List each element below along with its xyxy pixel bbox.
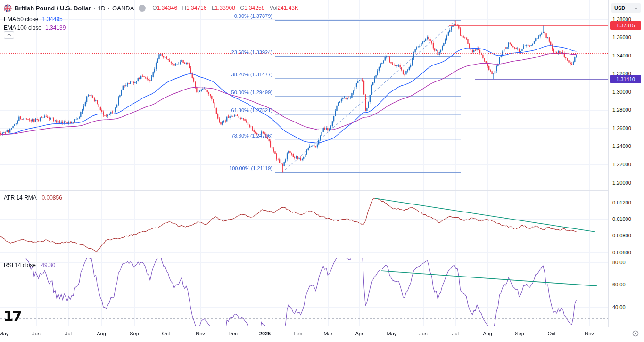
- tradingview-logo-watermark: 17: [3, 308, 21, 325]
- fib-level-label: 61.80% (1.27521): [202, 107, 272, 113]
- title-separator: ·: [108, 5, 110, 12]
- time-axis-label: Feb: [294, 331, 303, 336]
- volume-value: 241.43K: [277, 5, 298, 11]
- time-axis-label: Nov: [585, 331, 594, 336]
- fib-level-label: 78.60% (1.24706): [202, 133, 272, 138]
- time-axis-label: 2025: [259, 331, 271, 336]
- price-tick-label: 1.32000: [612, 70, 631, 77]
- exchange-label: OANDA: [112, 5, 134, 12]
- time-axis-label: Dec: [228, 331, 238, 336]
- interval-label[interactable]: 1D: [98, 5, 106, 12]
- title-separator: ·: [93, 5, 95, 12]
- time-axis-label: Apr: [355, 331, 363, 336]
- fib-level-label: 23.60% (1.33924): [202, 49, 272, 55]
- hide-legend-button[interactable]: [139, 5, 146, 12]
- time-axis-label: Sep: [130, 331, 139, 336]
- price-tick-label: 1.38000: [612, 16, 631, 23]
- atr-tick-label: 0.01200: [612, 199, 631, 206]
- close-label: C: [240, 5, 244, 11]
- ema50-name[interactable]: EMA 50 close: [4, 16, 38, 23]
- fib-level-label: 0.00% (1.37879): [202, 13, 272, 19]
- rsi-tick-label: 80.00: [612, 259, 626, 266]
- time-axis-label: Jun: [419, 331, 428, 336]
- rsi-value: 49.30: [41, 262, 55, 269]
- fib-level-label: 38.20% (1.31477): [202, 72, 272, 77]
- price-tick-label: 1.28000: [612, 106, 631, 114]
- atr-value: 0.00856: [41, 195, 62, 201]
- minus-icon: [140, 8, 144, 8]
- currency-dropdown[interactable]: USD: [611, 3, 641, 13]
- price-tick-label: 1.24000: [612, 143, 631, 150]
- chart-canvas[interactable]: [0, 0, 644, 327]
- time-axis-label: Nov: [196, 331, 205, 336]
- price-tick-label: 1.26000: [612, 125, 631, 132]
- rsi-indicator-row[interactable]: RSI 14 close 49.30: [4, 262, 55, 269]
- price-tick-label: 1.30000: [612, 89, 631, 96]
- low-value: 1.33908: [215, 5, 235, 11]
- low-label: L: [212, 5, 215, 11]
- time-axis-label: Jul: [65, 331, 72, 336]
- time-axis-label: Jun: [32, 331, 41, 336]
- scroll-to-realtime-icon[interactable]: [632, 330, 639, 337]
- ema100-name[interactable]: EMA 100 close: [4, 24, 41, 31]
- rsi-tick-label: 40.00: [612, 304, 626, 311]
- symbol-flag-icon: [4, 4, 12, 12]
- ohlc-values: O1.34346 H1.34716 L1.33908 C1.34258 Vol2…: [152, 5, 298, 11]
- price-tick-label: 1.34000: [612, 52, 631, 59]
- volume-label: Vol: [270, 5, 278, 11]
- time-axis-label: Jul: [452, 331, 459, 336]
- time-axis-label: May: [387, 331, 397, 336]
- symbol-legend-row: British Pound / U.S. Dollar · 1D · OANDA…: [4, 4, 298, 12]
- legend-collapse-button[interactable]: [4, 31, 14, 39]
- time-axis-label: Aug: [97, 331, 106, 336]
- time-axis-label: Oct: [547, 331, 555, 336]
- time-axis-label: Aug: [483, 331, 492, 336]
- indicator-row-ema50[interactable]: EMA 50 close 1.34495: [4, 16, 63, 23]
- chevron-up-icon: [7, 33, 11, 36]
- time-axis-label: Oct: [162, 331, 170, 336]
- atr-indicator-row[interactable]: ATR 14 RMA 0.00856: [4, 195, 62, 201]
- time-axis-label: May: [0, 331, 8, 336]
- tradingview-chart-window: 0.00% (1.37879)23.60% (1.33924)38.20% (1…: [0, 0, 644, 342]
- high-label: H: [182, 5, 186, 11]
- high-value: 1.34716: [186, 5, 206, 11]
- atr-tick-label: 0.00800: [612, 232, 631, 239]
- ema50-value: 1.34495: [42, 16, 62, 23]
- time-axis-label: Sep: [515, 331, 524, 336]
- atr-tick-label: 0.01000: [612, 216, 631, 223]
- price-tick-label: 1.22000: [612, 161, 631, 168]
- chevron-down-icon: [634, 7, 638, 9]
- ema100-value: 1.34139: [45, 24, 66, 31]
- atr-tick-label: 0.00600: [612, 249, 631, 256]
- open-value: 1.34346: [157, 5, 177, 11]
- fib-level-label: 50.00% (1.29499): [202, 90, 272, 95]
- time-axis[interactable]: MayJunJulAugSepOctNovDec2025FebMarAprMay…: [0, 327, 644, 342]
- open-label: O: [152, 5, 157, 11]
- symbol-title[interactable]: British Pound / U.S. Dollar: [15, 5, 91, 12]
- close-value: 1.34258: [244, 5, 264, 11]
- currency-label: USD: [614, 5, 625, 11]
- fib-level-label: 100.00% (1.21119): [202, 165, 272, 171]
- rsi-name[interactable]: RSI 14 close: [4, 262, 36, 269]
- time-axis-label: Mar: [324, 331, 333, 336]
- price-tick-label: 1.20000: [612, 179, 631, 187]
- indicator-row-ema100[interactable]: EMA 100 close 1.34139: [4, 24, 66, 32]
- atr-name[interactable]: ATR 14 RMA: [4, 195, 36, 201]
- rsi-tick-label: 60.00: [612, 281, 626, 288]
- price-tick-label: 1.36000: [612, 34, 631, 41]
- price-scale[interactable]: USD 1.37315 1.31410 1.380001.360001.3400…: [608, 0, 644, 327]
